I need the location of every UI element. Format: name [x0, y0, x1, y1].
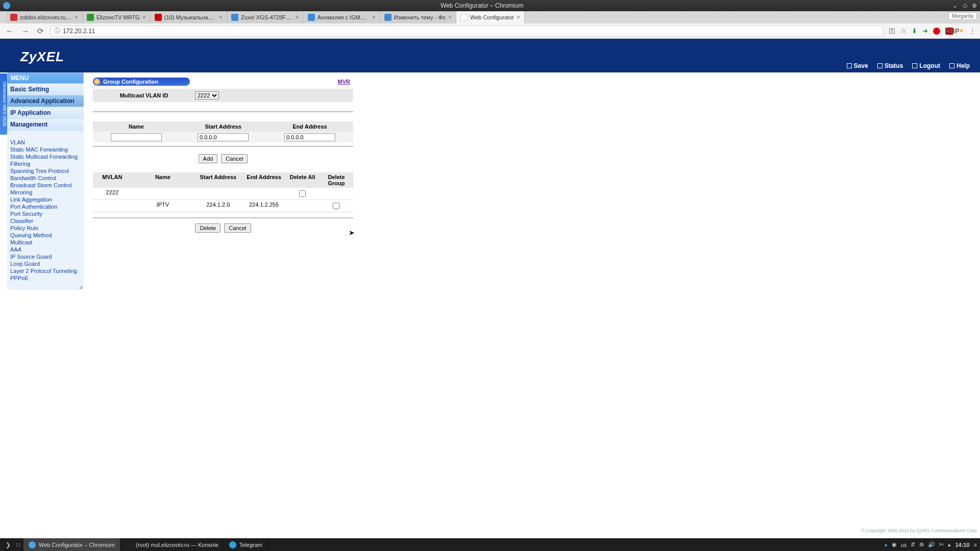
tray-volume-icon[interactable]: 🔊 — [928, 541, 935, 548]
menu-icon[interactable]: ⋮ — [969, 27, 976, 35]
extension-icon[interactable]: ✦ — [959, 27, 964, 35]
tab-close-icon[interactable]: × — [296, 14, 299, 21]
submenu-item[interactable]: Static Multicast Forwarding — [10, 153, 84, 160]
submenu-item[interactable]: Port Security — [10, 210, 84, 217]
submenu-item[interactable]: VLAN — [10, 139, 84, 146]
menu-management[interactable]: Management — [7, 119, 84, 131]
taskbar-app[interactable]: Telegram — [224, 538, 268, 551]
submenu-item[interactable]: Link Aggregation — [10, 196, 84, 203]
tab-youtube[interactable]: (10) Музыкальная ш× — [151, 11, 227, 23]
tab-mrtg[interactable]: ElizovoTV MRTG× — [83, 11, 151, 23]
submenu-item[interactable]: Port Authentication — [10, 203, 84, 210]
tray-wifi-icon[interactable]: ⋒ — [919, 541, 924, 548]
bookmark-icon[interactable]: ☆ — [900, 27, 906, 35]
submenu-item[interactable]: Bandwidth Control — [10, 174, 84, 182]
download-icon[interactable]: ⬇ — [912, 27, 917, 35]
share-arrow-icon[interactable]: ➜ — [922, 27, 928, 35]
end-address-input[interactable] — [284, 133, 335, 141]
tray-clipboard-icon[interactable]: ✄ — [939, 541, 944, 548]
site-info-icon[interactable]: ⓘ — [54, 27, 60, 35]
table-row: 2222 — [93, 188, 353, 199]
taskbar-app[interactable]: (root) mul.elizovotv.ru — Konsole — [120, 538, 224, 551]
logout-link[interactable]: Logout — [912, 62, 940, 69]
submenu-item[interactable]: PPPoE — [10, 274, 84, 282]
page-content: ZyXEL Save Status Logout Help Dimension … — [0, 39, 980, 533]
col-end: End Address — [266, 121, 353, 132]
tab-close-icon[interactable]: × — [75, 14, 78, 21]
taskbar-app[interactable]: Web Configurator – Chromium — [23, 538, 120, 551]
tab-close-icon[interactable]: × — [372, 14, 376, 21]
submenu-item[interactable]: Classifier — [10, 217, 84, 224]
submenu-item[interactable]: Filtering — [10, 160, 84, 167]
delete-button[interactable]: Delete — [195, 223, 220, 233]
tab-zabbix[interactable]: zabbix.elizovotv.ru: П× — [6, 11, 83, 23]
back-button[interactable]: ← — [4, 27, 15, 35]
add-button[interactable]: Add — [199, 154, 218, 163]
menu-basic-setting[interactable]: Basic Setting — [7, 84, 84, 95]
opera-icon[interactable] — [933, 28, 940, 35]
menu-ip-application[interactable]: IP Application — [7, 107, 84, 119]
tray-expand-icon[interactable]: ▴ — [948, 541, 951, 548]
tray-telegram-icon[interactable]: ● — [884, 542, 888, 548]
tab-zuxel[interactable]: Zuxel XGS-4728F and× — [227, 11, 304, 23]
window-titlebar: Web Configurator – Chromium ⌄ ◇ ⊗ — [0, 0, 980, 11]
start-address-input[interactable] — [198, 133, 249, 141]
profile-badge[interactable]: Margarita — [948, 12, 977, 20]
submenu-item[interactable]: Layer 2 Protocol Tunneling — [10, 267, 84, 274]
submenu-item[interactable]: IP Source Guard — [10, 253, 84, 260]
tab-igmp[interactable]: Аномалия с IGMP sn× — [304, 11, 380, 23]
tray-update-icon[interactable]: ◉ — [892, 541, 897, 548]
name-input[interactable] — [111, 133, 162, 141]
submenu-item[interactable]: Spanning Tree Protocol — [10, 167, 84, 174]
tray-menu-icon[interactable]: ≡ — [974, 542, 977, 548]
start-menu-icon[interactable]: ❯ — [3, 541, 13, 549]
header-links: Save Status Logout Help — [847, 62, 970, 69]
submenu-item[interactable]: AAA — [10, 246, 84, 253]
adblock-icon[interactable]: ABP — [945, 28, 953, 35]
key-icon[interactable]: ⚿ — [889, 27, 895, 35]
close-icon[interactable]: ⊗ — [972, 2, 977, 9]
tray-lang[interactable]: us — [901, 542, 907, 548]
brand-logo: ZyXEL — [20, 49, 64, 65]
submenu-item[interactable]: Policy Rule — [10, 224, 84, 232]
minimize-icon[interactable]: ⌄ — [952, 2, 958, 9]
resize-grip-icon[interactable]: ◢ — [7, 285, 84, 290]
tab-close-icon[interactable]: × — [517, 14, 520, 21]
submenu-item[interactable]: Broadcast Storm Control — [10, 182, 84, 189]
status-link[interactable]: Status — [877, 62, 903, 69]
forward-button[interactable]: → — [20, 27, 31, 35]
tab-close-icon[interactable]: × — [219, 14, 223, 21]
menu-advanced-application[interactable]: Advanced Application — [7, 95, 84, 107]
favicon-icon — [87, 14, 94, 21]
delete-all-checkbox[interactable] — [299, 190, 306, 197]
submenu-item[interactable]: Multicast — [10, 239, 84, 246]
panel-header: Group Configuration MVR — [93, 78, 353, 86]
tray-network-icon[interactable]: ⇵ — [911, 541, 915, 548]
submenu-item[interactable]: Static MAC Forwarding — [10, 146, 84, 153]
app-launcher-icon[interactable]: ∷ — [13, 541, 23, 549]
mvr-link[interactable]: MVR — [338, 79, 350, 85]
cancel-button[interactable]: Cancel — [221, 154, 248, 163]
tab-close-icon[interactable]: × — [448, 14, 452, 21]
submenu-item[interactable]: Mirroring — [10, 189, 84, 196]
address-bar[interactable]: ⓘ 172.20.2.11 — [51, 26, 884, 37]
maximize-icon[interactable]: ◇ — [963, 2, 967, 9]
chromium-icon — [3, 2, 10, 9]
tab-close-icon[interactable]: × — [142, 14, 146, 21]
tab-webconfig[interactable]: Web Configurator× — [456, 11, 525, 23]
cancel-button[interactable]: Cancel — [224, 223, 251, 233]
save-link[interactable]: Save — [847, 62, 868, 69]
delete-group-checkbox[interactable] — [333, 203, 339, 209]
reload-button[interactable]: ⟳ — [36, 27, 45, 36]
vlan-id-select[interactable]: 2222 — [195, 91, 219, 99]
favicon-icon — [308, 14, 315, 21]
help-link[interactable]: Help — [949, 62, 970, 69]
input-table-row — [93, 132, 353, 143]
tray-clock[interactable]: 14:10 — [955, 542, 969, 548]
favicon-icon — [231, 14, 238, 21]
submenu-item[interactable]: Loop Guard — [10, 260, 84, 267]
save-icon — [847, 63, 852, 68]
submenu-item[interactable]: Queuing Method — [10, 232, 84, 239]
tab-theme[interactable]: Изменить тему - Фо× — [380, 11, 456, 23]
table-row: IPTV 224.1.2.0 224.1.2.255 — [93, 199, 353, 212]
